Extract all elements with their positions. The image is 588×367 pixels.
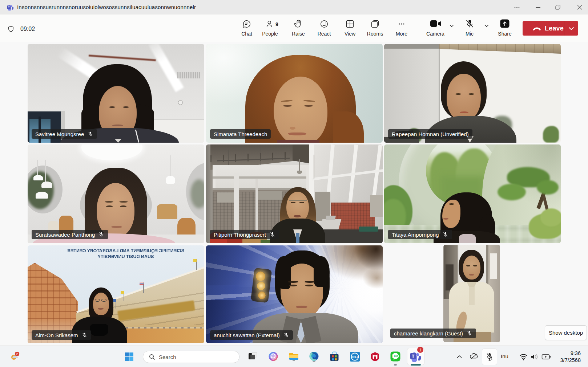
svg-text:2: 2 bbox=[16, 352, 18, 356]
svg-text:LINE: LINE bbox=[392, 355, 399, 358]
svg-text:DELL: DELL bbox=[351, 355, 358, 358]
